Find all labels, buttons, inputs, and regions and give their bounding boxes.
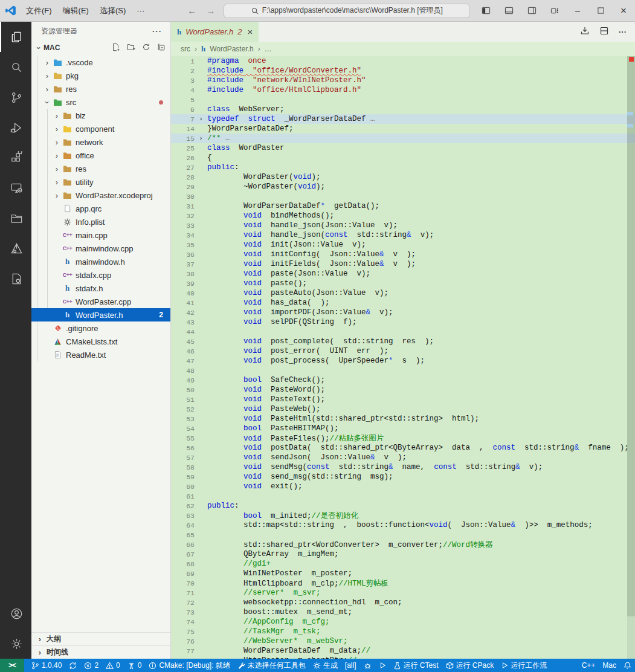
breadcrumb-src[interactable]: src <box>181 45 190 53</box>
code-line-59[interactable]: 59 void send_msg(std::string msg); <box>171 472 635 482</box>
code-line-26[interactable]: 26{ <box>171 153 635 163</box>
code-line-60[interactable]: 60 void exit(); <box>171 482 635 491</box>
code-line-4[interactable]: 4#include "office/HtmlClipboard.h" <box>171 85 635 95</box>
tree-item-res[interactable]: ›res <box>31 82 170 95</box>
activity-remote-explorer-icon[interactable] <box>0 173 31 203</box>
cmake-launch[interactable] <box>375 659 390 672</box>
overview-ruler-scrollbar[interactable] <box>627 56 635 659</box>
root-folder-header[interactable]: › MAC <box>31 40 170 56</box>
code-line-51[interactable]: 51 void PasteText(); <box>171 395 635 404</box>
activity-file-gear-icon[interactable] <box>0 263 31 294</box>
code-line-38[interactable]: 38 void paste(Json::Value v); <box>171 269 635 279</box>
editor-more-actions-icon[interactable]: ··· <box>619 27 627 36</box>
code-line-58[interactable]: 58 void sendMsg(const std::string& name,… <box>171 462 635 472</box>
code-line-42[interactable]: 42 void importPDF(Json::Value& v); <box>171 308 635 317</box>
code-line-56[interactable]: 56 void postData( std::shared_ptr<QByteA… <box>171 443 635 453</box>
command-center-search[interactable]: F:\apps\wordpaster\code\mac\src\WordPast… <box>224 4 470 18</box>
code-line-47[interactable]: 47 void post_process( UperSpeeder* s ); <box>171 356 635 366</box>
code-line-30[interactable]: 30 <box>171 192 635 201</box>
menu-edit[interactable]: 编辑(E) <box>57 0 94 21</box>
activity-source-control-icon[interactable] <box>0 82 31 112</box>
code-line-54[interactable]: 54 bool PasteHBITMAP(); <box>171 424 635 433</box>
code-line-1[interactable]: 1#pragma once <box>171 56 635 66</box>
activity-explorer-icon[interactable] <box>0 22 31 52</box>
layout-secondary-sidebar-icon[interactable] <box>520 0 543 21</box>
code-line-28[interactable]: 28 WordPaster(void); <box>171 172 635 182</box>
cmake-debug[interactable] <box>360 659 375 672</box>
close-window-button[interactable]: × <box>612 0 635 21</box>
tree-item-wordpaster.cpp[interactable]: C++WordPaster.cpp <box>31 295 170 308</box>
tree-item-readme.txt[interactable]: ReadMe.txt <box>31 348 170 361</box>
code-line-27[interactable]: 27public: <box>171 163 635 172</box>
fold-chevron-icon[interactable]: › <box>195 135 207 142</box>
outline-section-header[interactable]: › 大纲 <box>31 632 170 645</box>
branch-status[interactable]: 1.0.40 <box>28 659 65 672</box>
code-line-40[interactable]: 40 void pasteAuto(Json::Value v); <box>171 288 635 298</box>
close-tab-icon[interactable]: × <box>247 27 253 37</box>
forward-arrow-icon[interactable]: → <box>206 5 215 16</box>
tree-item-app.qrc[interactable]: app.qrc <box>31 202 170 215</box>
activity-folder-library-icon[interactable] <box>0 203 31 233</box>
code-line-64[interactable]: 64 std::map<std::string , boost::functio… <box>171 520 635 530</box>
code-line-55[interactable]: 55 void PasteFiles();//粘贴多张图片 <box>171 433 635 443</box>
tree-item-stdafx.cpp[interactable]: C++stdafx.cpp <box>31 268 170 282</box>
breadcrumb-file[interactable]: WordPaster.h <box>210 45 253 53</box>
tree-item-office[interactable]: ›office <box>31 149 170 162</box>
code-line-41[interactable]: 41 void has_data( ); <box>171 298 635 308</box>
cmake-status[interactable]: CMake: [Debug]: 就绪 <box>145 659 233 672</box>
code-line-78[interactable]: 78 HttpPoster m_shortPtr;// <box>171 656 635 659</box>
remote-indicator[interactable]: >< <box>0 659 24 672</box>
tree-item-utility[interactable]: ›utility <box>31 175 170 189</box>
tree-item-mainwindow.h[interactable]: hmainwindow.h <box>31 255 170 268</box>
code-line-36[interactable]: 36 void initConfig( Json::Value& v ); <box>171 250 635 259</box>
code-line-43[interactable]: 43 void selPDF(QString f); <box>171 317 635 327</box>
code-line-65[interactable]: 65 <box>171 530 635 540</box>
code-line-37[interactable]: 37 void initFields( Json::Value& v ); <box>171 259 635 269</box>
code-line-33[interactable]: 33 void handle_json(Json::Value v); <box>171 221 635 230</box>
explorer-more-actions-icon[interactable]: ··· <box>152 27 162 36</box>
scrollbar-thumb[interactable] <box>627 56 635 616</box>
code-line-45[interactable]: 45 void post_complete( std::string res )… <box>171 337 635 346</box>
menu-selection[interactable]: 选择(S) <box>94 0 131 21</box>
tree-item-stdafx.h[interactable]: hstdafx.h <box>31 282 170 295</box>
code-line-74[interactable]: 74 //AppConfig m_cfg; <box>171 617 635 627</box>
breadcrumb-symbol[interactable]: … <box>265 45 272 53</box>
refresh-icon[interactable] <box>142 43 150 53</box>
activity-account-icon[interactable] <box>0 598 31 628</box>
code-line-29[interactable]: 29 ~WordPaster(void); <box>171 182 635 192</box>
code-line-62[interactable]: 62public: <box>171 501 635 511</box>
minimize-button[interactable]: – <box>566 0 589 21</box>
back-arrow-icon[interactable]: ← <box>187 5 196 16</box>
run-cpack[interactable]: 运行 CPack <box>442 659 498 672</box>
code-line-52[interactable]: 52 void PasteWeb(); <box>171 404 635 414</box>
menu-more[interactable]: ··· <box>131 0 150 21</box>
activity-search-icon[interactable] <box>0 52 31 82</box>
activity-extensions-icon[interactable] <box>0 143 31 173</box>
code-line-34[interactable]: 34 void handle_json(const std::string& v… <box>171 230 635 240</box>
code-line-6[interactable]: 6class WebServer; <box>171 105 635 114</box>
maximize-button[interactable] <box>589 0 612 21</box>
code-line-25[interactable]: 25class WordPaster <box>171 143 635 153</box>
code-line-14[interactable]: 14}WordParserDataDef; <box>171 124 635 134</box>
tree-item-component[interactable]: ›component <box>31 122 170 135</box>
code-line-3[interactable]: 3#include "network/WInINetPoster.h" <box>171 76 635 85</box>
problems-errors[interactable]: 2 <box>80 659 102 672</box>
language-mode[interactable]: C++ <box>578 659 599 672</box>
code-line-39[interactable]: 39 void paste(); <box>171 279 635 288</box>
code-line-75[interactable]: 75 //TaskMgr m_tsk; <box>171 627 635 636</box>
code-line-49[interactable]: 49 bool SafeCheck(); <box>171 375 635 385</box>
code-line-32[interactable]: 32 void bindMethods(); <box>171 211 635 221</box>
code-line-63[interactable]: 63 bool m_inited;//是否初始化 <box>171 511 635 520</box>
tree-item-biz[interactable]: ›biz <box>31 109 170 122</box>
code-line-73[interactable]: 73 boost::mutex m_send_mt; <box>171 607 635 617</box>
code-line-66[interactable]: 66 std::shared_ptr<WordConverter> m_conv… <box>171 540 635 549</box>
tree-item-res[interactable]: ›res <box>31 162 170 175</box>
run-task-icon[interactable] <box>580 26 590 38</box>
menu-file[interactable]: 文件(F) <box>21 0 57 21</box>
code-line-68[interactable]: 68 //gdi+ <box>171 559 635 569</box>
activity-run-debug-icon[interactable] <box>0 112 31 143</box>
fold-chevron-icon[interactable]: › <box>195 115 207 123</box>
code-line-76[interactable]: 76 //WebServer* m_webSvr; <box>171 636 635 646</box>
code-line-67[interactable]: 67 QByteArray m_imgMem; <box>171 549 635 559</box>
code-line-77[interactable]: 77 WordParserDataDef m_data;// <box>171 646 635 656</box>
